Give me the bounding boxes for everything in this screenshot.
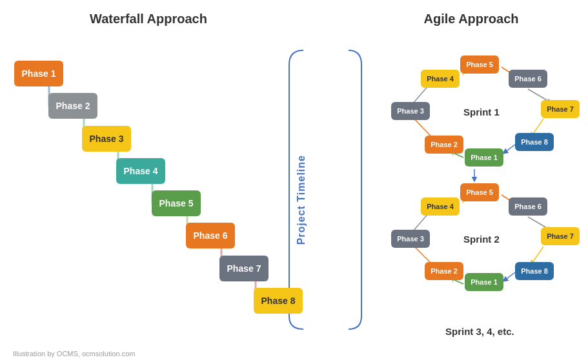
wf-phase8: Phase 8 [254, 288, 303, 314]
a2-phase4: Phase 4 [421, 197, 460, 216]
a2-phase3: Phase 3 [391, 230, 430, 248]
a2-phase6: Phase 6 [509, 197, 547, 216]
wf-phase4: Phase 4 [116, 158, 165, 184]
a2-phase8: Phase 8 [515, 262, 554, 280]
wf-phase2: Phase 2 [48, 93, 97, 119]
a1-phase8: Phase 8 [515, 133, 554, 151]
a2-phase2: Phase 2 [425, 262, 463, 280]
a2-phase1: Phase 1 [465, 273, 503, 291]
wf-phase5: Phase 5 [152, 190, 201, 216]
sprint1-label: Sprint 1 [463, 106, 500, 117]
title-waterfall: Waterfall Approach [19, 12, 278, 26]
main-container: Waterfall Approach Agile Approach [0, 0, 588, 364]
timeline-label: Project Timeline [296, 155, 307, 245]
wf-phase3: Phase 3 [82, 126, 131, 152]
wf-phase6: Phase 6 [186, 223, 235, 248]
a1-phase4: Phase 4 [421, 70, 460, 88]
wf-phase1: Phase 1 [14, 61, 63, 86]
sprint2-label: Sprint 2 [463, 234, 500, 245]
a1-phase7: Phase 7 [541, 100, 580, 118]
a2-phase5: Phase 5 [460, 183, 499, 201]
svg-line-14 [505, 272, 515, 280]
svg-line-6 [505, 145, 515, 152]
svg-line-13 [532, 247, 543, 263]
wf-phase7: Phase 7 [219, 256, 269, 281]
a1-phase1: Phase 1 [465, 148, 503, 167]
credit-text: Illustration by OCMS, ocmsolution.com [13, 350, 136, 358]
a1-phase3: Phase 3 [391, 102, 430, 120]
sprint3-label: Sprint 3, 4, etc. [445, 326, 514, 337]
a2-phase7: Phase 7 [541, 227, 580, 245]
a1-phase5: Phase 5 [460, 56, 499, 74]
a1-phase2: Phase 2 [425, 136, 463, 154]
a1-phase6: Phase 6 [509, 70, 547, 88]
title-agile: Agile Approach [361, 12, 581, 26]
